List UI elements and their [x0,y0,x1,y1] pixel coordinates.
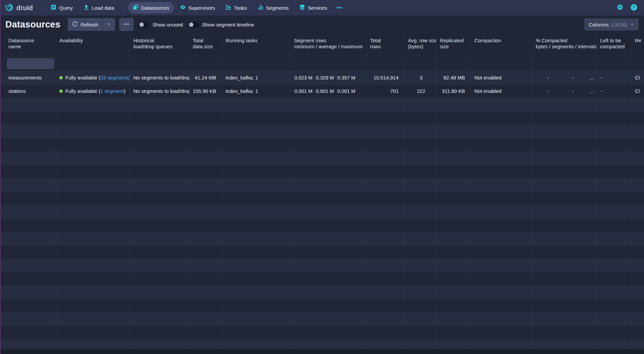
stacked-chart-icon [258,4,264,11]
cell-name [5,272,56,286]
table-row-empty [0,339,644,349]
cell-retention [632,312,644,326]
cell-queues [130,245,189,259]
cell-compaction [471,56,532,71]
column-header-segment_rows[interactable]: Segment rowsminimum / average / maximum [291,34,367,56]
pct_compacted-value-1: - [561,88,585,94]
columns-button-label: Columns [589,22,608,27]
cell-pct_compacted [532,219,597,232]
cell-name [5,259,56,272]
cell-availability [56,219,130,232]
cell-total_data_size [189,219,222,232]
cell-name: measurements [5,71,56,84]
column-header-line1: Running tasks [226,38,287,44]
toggle-knob [139,22,144,27]
cell-segment_rows: 0.023 M0.328 M0.357 M [291,71,367,84]
column-header-line2: rows [370,44,401,50]
column-header-replicated_size[interactable]: Replicatedsize [436,34,471,56]
cell-compaction [471,192,532,205]
cell-running_tasks [222,232,291,245]
column-header-line1: Re [635,38,644,44]
help-button[interactable]: ? [630,3,638,12]
table-row-empty [0,178,644,192]
cell-name [5,205,56,219]
cell-running_tasks [222,259,291,272]
column-header-pct_compacted[interactable]: % Compactedbytes / segments / intervals [532,34,597,56]
column-header-name[interactable]: Datasourcename [5,34,56,56]
cell-running_tasks [222,152,291,165]
cell-compaction [471,111,532,125]
columns-picker-button[interactable]: Columns (14/16) [584,18,639,31]
cell-availability [56,339,130,349]
column-header-left_to_be_compacted[interactable]: Left to becompacted [597,34,632,56]
column-header-line2: name [8,44,52,50]
cell-compaction [471,259,532,272]
refresh-options-button[interactable] [103,18,115,31]
cell-name [5,56,56,71]
more-actions-button[interactable] [119,18,133,31]
column-header-avg_row_size[interactable]: Avg. row size(bytes) [405,34,436,56]
column-header-queues[interactable]: Historicalload/drop queues [130,34,189,56]
cell-left_to_be_compacted [597,205,632,219]
datasource-name-filter-input[interactable] [7,58,54,69]
cell-total_rows [367,165,405,178]
nav-item-datasources[interactable]: Datasources [128,2,174,13]
column-header-compaction[interactable]: Compaction [471,34,532,56]
horizontal-scrollbar[interactable] [0,349,644,354]
cell-left_to_be_compacted: - [597,71,632,84]
cell-avg_row_size [405,111,436,125]
cell-replicated_size [436,339,471,349]
cell-replicated_size [436,111,471,125]
cell-retention [632,165,644,178]
nav-item-label: Query [59,5,73,11]
cell-segment_rows [291,178,367,192]
nav-more-button[interactable] [333,2,346,13]
refresh-button[interactable]: Refresh [68,18,103,31]
cell-availability [56,326,130,339]
settings-button[interactable] [616,3,624,12]
cell-total_data_size [189,56,222,71]
cell-name [5,286,56,299]
cell-retention [632,326,644,339]
nav-item-supervisors[interactable]: Supervisors [175,2,220,13]
show-unused-toggle[interactable]: Show unused [139,22,183,27]
column-header-total_data_size[interactable]: Totaldata size [189,34,222,56]
cell-running_tasks [222,56,291,71]
cell-total_rows [367,326,405,339]
column-header-total_rows[interactable]: Totalrows [367,34,405,56]
top-nav: druid QueryLoad dataDatasourcesSuperviso… [0,0,644,15]
cell-total_data_size [189,232,222,245]
cell-left_to_be_compacted [597,272,632,286]
cell-availability [56,178,130,192]
column-header-line1: Avg. row size [408,38,433,44]
show-segment-timeline-toggle[interactable]: Show segment timeline [188,22,254,27]
column-header-line2: data size [193,44,219,50]
segments-link[interactable]: 33 segments [100,75,129,80]
column-header-running_tasks[interactable]: Running tasks [222,34,291,56]
toggle-track [139,22,150,27]
show-unused-label: Show unused [153,22,183,27]
column-header-availability[interactable]: Availability [56,34,130,56]
cell-retention [632,111,644,125]
nav-item-load-data[interactable]: Load data [79,2,119,13]
nav-item-services[interactable]: Services [295,2,332,13]
segments-link[interactable]: 1 segment [100,88,124,94]
table-row-stations: stationsFully available (1 segment)No se… [0,84,644,98]
column-header-retention[interactable]: Re [632,34,644,56]
cell-left_to_be_compacted [597,178,632,192]
cell-queues [130,259,189,272]
nav-item-segments[interactable]: Segments [253,2,294,13]
cell-total_rows [367,272,405,286]
nav-item-query[interactable]: Query [46,2,77,13]
cell-name [5,192,56,205]
table-row-empty [0,259,644,272]
app-logo[interactable]: druid [5,3,33,13]
cell-retention [632,98,644,111]
table-row-empty [0,312,644,326]
nav-item-tasks[interactable]: Tasks [221,2,251,13]
cell-total_data_size [189,178,222,192]
more-icon [123,21,129,28]
cell-total_rows [367,98,405,111]
cell-left_to_be_compacted [597,259,632,272]
cell-pct_compacted [532,178,597,192]
